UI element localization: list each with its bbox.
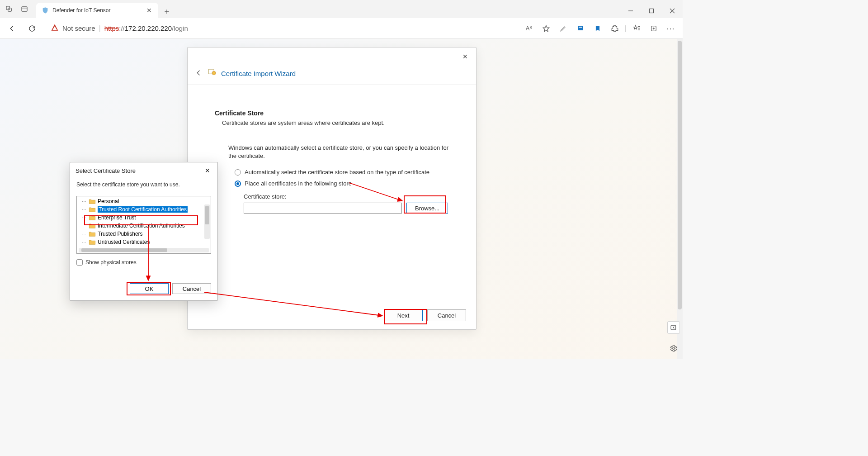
svg-marker-8 <box>543 25 549 32</box>
wizard-cancel-button[interactable]: Cancel <box>427 309 466 321</box>
tree-vertical-scrollbar[interactable] <box>204 204 210 239</box>
tree-line-icon: ⋯ <box>81 223 87 228</box>
separator: | <box>99 24 101 33</box>
wizard-title: Certificate Import Wizard <box>221 70 296 77</box>
folder-icon <box>89 231 96 237</box>
refresh-button[interactable] <box>24 21 40 36</box>
scs-prompt: Select the certificate store you want to… <box>76 181 211 188</box>
security-warning-icon <box>51 24 59 33</box>
tree-item[interactable]: ⋯Personal <box>77 197 211 205</box>
favorites-list-icon[interactable] <box>629 21 644 36</box>
separator: | <box>625 24 627 33</box>
cert-store-subtext: Certificate stores are system areas wher… <box>222 119 461 126</box>
tree-item-label: Untrusted Certificates <box>98 239 150 245</box>
radio-auto-label: Automatically select the certificate sto… <box>245 169 429 176</box>
tab-close-icon[interactable]: ✕ <box>146 7 153 14</box>
checkbox-icon <box>76 259 83 266</box>
wizard-close-icon[interactable]: ✕ <box>459 50 472 63</box>
address-bar[interactable]: Not secure | https://172.20.220.220/logi… <box>44 21 517 36</box>
scs-close-icon[interactable]: ✕ <box>203 166 212 175</box>
workspaces-icon[interactable] <box>4 4 14 14</box>
tree-item-label: Personal <box>98 198 119 204</box>
tree-line-icon: ⋯ <box>81 240 87 245</box>
svg-rect-10 <box>579 27 582 28</box>
show-physical-stores-checkbox[interactable]: Show physical stores <box>76 259 211 266</box>
certificate-store-input[interactable] <box>244 203 402 214</box>
wizard-back-icon[interactable] <box>195 69 203 77</box>
page-viewport: ✕ Certificate Import Wizard Certificate … <box>0 39 683 359</box>
edit-icon[interactable] <box>556 21 571 36</box>
extensions-icon[interactable] <box>608 21 622 36</box>
sidebar-collapse-icon[interactable] <box>667 321 680 334</box>
tab-title: Defender for IoT Sensor <box>52 7 142 14</box>
minimize-button[interactable] <box>620 4 641 18</box>
bookmark-icon[interactable] <box>590 21 605 36</box>
window-controls <box>620 4 683 18</box>
tree-line-icon: ⋯ <box>81 207 87 212</box>
select-cert-store-dialog: Select Certificate Store ✕ Select the ce… <box>70 162 218 301</box>
certificate-store-row: Browse... <box>244 203 461 214</box>
folder-icon <box>89 206 96 213</box>
browse-button[interactable]: Browse... <box>406 203 448 214</box>
workspace-icons <box>0 0 33 18</box>
radio-place-all[interactable]: Place all certificates in the following … <box>235 180 461 187</box>
radio-icon <box>235 180 241 187</box>
favorite-icon[interactable] <box>539 21 553 36</box>
wizard-body: Certificate Store Certificate stores are… <box>188 85 476 302</box>
divider <box>215 131 461 131</box>
browser-toolbar: Not secure | https://172.20.220.220/logi… <box>0 18 683 39</box>
cert-store-heading: Certificate Store <box>215 109 461 117</box>
toolbar-right: A)) | ⋯ <box>522 21 678 36</box>
tab-strip: Defender for IoT Sensor ✕ ＋ <box>0 0 683 18</box>
back-button[interactable] <box>5 21 20 36</box>
wizard-header: Certificate Import Wizard <box>188 59 476 85</box>
svg-marker-11 <box>633 25 637 29</box>
wizard-footer: Next Cancel <box>188 302 476 329</box>
tree-item[interactable]: ⋯Enterprise Trust <box>77 214 211 222</box>
next-button[interactable]: Next <box>384 309 423 321</box>
tree-line-icon: ⋯ <box>81 199 87 204</box>
show-physical-label: Show physical stores <box>85 259 137 266</box>
cert-store-body-text: Windows can automatically select a certi… <box>228 144 450 160</box>
folder-icon <box>89 198 96 204</box>
radio-place-label: Place all certificates in the following … <box>245 180 352 187</box>
tree-item-label: Intermediate Certification Authorities <box>98 223 185 229</box>
new-tab-button[interactable]: ＋ <box>160 5 174 18</box>
tree-item[interactable]: ⋯Untrusted Certificates <box>77 238 211 246</box>
cert-store-tree[interactable]: ⋯Personal⋯Trusted Root Certification Aut… <box>76 196 211 254</box>
svg-rect-2 <box>22 7 27 12</box>
close-window-button[interactable] <box>662 4 683 18</box>
tree-item-label: Trusted Root Certification Authorities <box>98 206 188 213</box>
book-icon[interactable] <box>573 21 588 36</box>
scs-cancel-button[interactable]: Cancel <box>172 283 211 294</box>
tree-horizontal-scrollbar[interactable] <box>79 248 209 252</box>
read-aloud-icon[interactable]: A)) <box>522 21 536 36</box>
svg-point-24 <box>673 347 675 350</box>
tree-item[interactable]: ⋯Trusted Root Certification Authorities <box>77 205 211 214</box>
ok-button[interactable]: OK <box>130 283 169 294</box>
browser-tab-active[interactable]: Defender for IoT Sensor ✕ <box>36 3 158 18</box>
folder-icon <box>89 239 96 245</box>
svg-point-19 <box>212 71 216 75</box>
certificate-store-label: Certificate store: <box>244 193 461 200</box>
tree-item[interactable]: ⋯Intermediate Certification Authorities <box>77 222 211 230</box>
folder-icon <box>89 214 96 221</box>
certificate-import-wizard-dialog: ✕ Certificate Import Wizard Certificate … <box>187 47 476 330</box>
folder-icon <box>89 223 96 229</box>
svg-rect-5 <box>650 9 654 13</box>
url-text: https://172.20.220.220/login <box>104 24 188 32</box>
tree-line-icon: ⋯ <box>81 232 87 237</box>
tab-actions-icon[interactable] <box>19 4 30 14</box>
tree-item-label: Enterprise Trust <box>98 214 136 221</box>
radio-auto-select[interactable]: Automatically select the certificate sto… <box>235 169 461 176</box>
settings-gear-icon[interactable] <box>668 343 679 354</box>
tab-favicon-shield-icon <box>42 7 49 14</box>
maximize-button[interactable] <box>641 4 662 18</box>
collections-icon[interactable] <box>646 21 661 36</box>
more-menu-icon[interactable]: ⋯ <box>664 21 678 36</box>
radio-icon <box>235 169 241 176</box>
vertical-scrollbar[interactable] <box>677 39 683 359</box>
tree-item[interactable]: ⋯Trusted Publishers <box>77 230 211 238</box>
not-secure-label: Not secure <box>62 24 95 32</box>
tree-line-icon: ⋯ <box>81 215 87 220</box>
